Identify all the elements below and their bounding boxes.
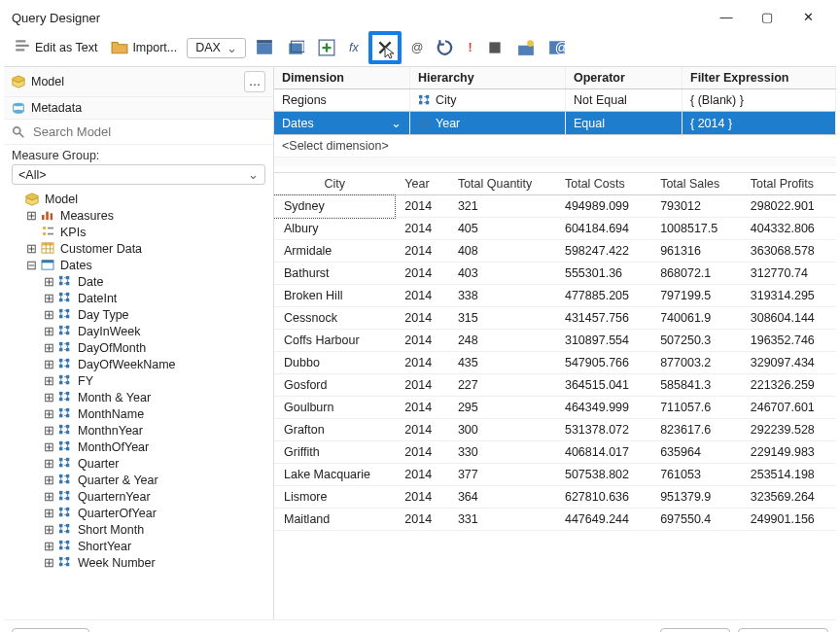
close-button[interactable]: ✕ xyxy=(788,4,828,31)
cell: Sydney xyxy=(274,195,395,218)
tree-dates-day-type[interactable]: ⊞Day Type xyxy=(8,306,269,323)
table-row[interactable]: Lake Macquarie2014377507538.802761053253… xyxy=(274,464,836,486)
filter-operator[interactable]: Equal xyxy=(566,112,682,134)
tree-dates[interactable]: ⊟Dates xyxy=(8,257,269,273)
highlighted-toolbar-button[interactable] xyxy=(368,31,402,64)
toolbar-grid-icon[interactable] xyxy=(252,37,277,58)
column-header[interactable]: Total Sales xyxy=(650,173,741,195)
measure-group-dropdown[interactable]: <All> ⌄ xyxy=(12,164,265,185)
filter-expression[interactable]: { (Blank) } xyxy=(682,89,836,111)
column-header[interactable]: Total Profits xyxy=(741,173,836,195)
filter-col-operator: Operator xyxy=(566,67,682,88)
table-row[interactable]: Maitland2014331447649.244697550.4249901.… xyxy=(274,509,836,531)
table-row[interactable]: Lismore2014364627810.636951379.9323569.2… xyxy=(274,486,836,509)
tree-dates-monthofyear[interactable]: ⊞MonthOfYear xyxy=(8,439,269,455)
table-row[interactable]: Sydney2014321494989.099793012298022.901 xyxy=(274,195,836,218)
column-header[interactable]: City xyxy=(274,173,395,195)
cell: 329097.434 xyxy=(741,352,836,374)
tree-dates-quarternyear[interactable]: ⊞QuarternYear xyxy=(8,488,269,505)
cell: 319314.295 xyxy=(741,285,836,307)
minimize-button[interactable]: — xyxy=(706,4,747,31)
filter-select-dimension[interactable]: <Select dimension> xyxy=(274,135,836,157)
filter-row[interactable]: RegionsCityNot Equal{ (Blank) } xyxy=(274,89,836,112)
tree-dates-fy[interactable]: ⊞FY xyxy=(8,372,269,389)
column-header[interactable]: Total Quantity xyxy=(448,173,555,195)
svg-rect-38 xyxy=(59,331,62,334)
tree-dates-week-number[interactable]: ⊞Week Number xyxy=(8,554,269,571)
tree-dates-month-year[interactable]: ⊞Month & Year xyxy=(8,389,269,405)
tree-kpis[interactable]: KPIs xyxy=(8,224,269,240)
tree-dates-dateint[interactable]: ⊞DateInt xyxy=(8,290,269,306)
tree-dates-shortyear[interactable]: ⊞ShortYear xyxy=(8,538,269,554)
toolbar-design-icon[interactable] xyxy=(513,37,539,58)
column-header[interactable]: Year xyxy=(395,173,448,195)
tree-dates-dayofmonth[interactable]: ⊞DayOfMonth xyxy=(8,339,269,356)
tree-dates-dayofweekname[interactable]: ⊞DayOfWeekName xyxy=(8,356,269,372)
table-row[interactable]: Grafton2014300531378.072823617.6292239.5… xyxy=(274,419,836,441)
toolbar-stop-icon[interactable] xyxy=(482,37,508,58)
tree-dates-short-month[interactable]: ⊞Short Month xyxy=(8,521,269,538)
tree-dates-quarter-year[interactable]: ⊞Quarter & Year xyxy=(8,472,269,488)
filter-dimension[interactable]: Regions xyxy=(282,93,402,107)
toolbar-params-icon[interactable]: @ xyxy=(544,37,570,58)
filter-expression[interactable]: { 2014 } xyxy=(682,112,836,134)
twisty-icon: ⊞ xyxy=(43,555,54,570)
cell: 338 xyxy=(448,285,555,307)
filter-row[interactable]: Dates⌄YearEqual{ 2014 } xyxy=(274,112,836,135)
table-row[interactable]: Griffith2014330406814.017635964229149.98… xyxy=(274,441,836,464)
language-dropdown[interactable]: DAX ⌄ xyxy=(187,38,246,58)
filter-dimension[interactable]: Dates⌄ xyxy=(282,116,402,130)
titlebar: Query Designer — ▢ ✕ xyxy=(4,4,836,31)
ok-button[interactable]: OK xyxy=(660,628,730,632)
twisty-icon: ⊞ xyxy=(43,406,54,421)
table-row[interactable]: Bathurst2014403555301.36868072.1312770.7… xyxy=(274,263,836,285)
toolbar-formula-icon[interactable]: fx xyxy=(345,39,363,56)
metadata-panel-header[interactable]: Metadata xyxy=(4,97,273,120)
toolbar-cube-icon[interactable] xyxy=(283,37,308,58)
cell: Gosford xyxy=(274,374,395,397)
maximize-button[interactable]: ▢ xyxy=(747,4,788,31)
filter-operator[interactable]: Not Equal xyxy=(566,89,682,111)
tree-dates-monthnyear[interactable]: ⊞MonthnYear xyxy=(8,422,269,439)
tree-node-label: Month & Year xyxy=(78,391,151,404)
svg-rect-36 xyxy=(59,325,62,328)
edit-as-text-button[interactable]: Edit as Text xyxy=(10,36,101,60)
toolbar-mdx-icon[interactable]: @ xyxy=(407,39,428,56)
model-more-button[interactable]: … xyxy=(244,71,265,92)
tree-dates-quarterofyear[interactable]: ⊞QuarterOfYear xyxy=(8,505,269,521)
tree-customer-data[interactable]: ⊞Customer Data xyxy=(8,240,269,257)
data-grid[interactable]: CityYearTotal QuantityTotal CostsTotal S… xyxy=(274,172,836,619)
tree-node-icon xyxy=(58,523,74,537)
filter-hscroll[interactable] xyxy=(274,157,836,166)
help-button[interactable]: Help xyxy=(12,628,89,632)
toolbar-warning-icon[interactable]: ! xyxy=(464,39,475,56)
column-header[interactable]: Total Costs xyxy=(555,173,650,195)
tree-dates-monthname[interactable]: ⊞MonthName xyxy=(8,405,269,422)
tree-dates-quarter[interactable]: ⊞Quarter xyxy=(8,455,269,472)
svg-rect-88 xyxy=(59,540,62,543)
tree-dates-date[interactable]: ⊞Date xyxy=(8,273,269,290)
model-tree[interactable]: Model⊞MeasuresKPIs⊞Customer Data⊟Dates⊞D… xyxy=(4,189,273,619)
import-button[interactable]: Import... xyxy=(107,36,181,60)
tree-model[interactable]: Model xyxy=(8,191,269,207)
table-row[interactable]: Cessnock2014315431457.756740061.9308604.… xyxy=(274,307,836,330)
table-row[interactable]: Broken Hill2014338477885.205797199.53193… xyxy=(274,285,836,307)
table-row[interactable]: Armidale2014408598247.422961316363068.57… xyxy=(274,240,836,263)
svg-rect-78 xyxy=(59,496,62,499)
search-row[interactable] xyxy=(4,120,273,145)
tree-measures[interactable]: ⊞Measures xyxy=(8,207,269,224)
table-row[interactable]: Coffs Harbour2014248310897.554507250.319… xyxy=(274,330,836,352)
language-value: DAX xyxy=(195,41,221,54)
cancel-button[interactable]: Cancel xyxy=(738,628,828,632)
search-input[interactable] xyxy=(31,123,265,140)
toolbar-add-calc-icon[interactable] xyxy=(314,37,339,58)
table-row[interactable]: Goulburn2014295464349.999711057.6246707.… xyxy=(274,397,836,419)
table-row[interactable]: Albury2014405604184.6941008517.5404332.8… xyxy=(274,218,836,240)
model-panel-header[interactable]: Model … xyxy=(4,67,273,97)
tree-dates-dayinweek[interactable]: ⊞DayInWeek xyxy=(8,323,269,339)
table-row[interactable]: Dubbo2014435547905.766877003.2329097.434 xyxy=(274,352,836,374)
cell: 547905.766 xyxy=(555,352,650,374)
toolbar-refresh-icon[interactable] xyxy=(433,37,458,58)
cell: 308604.144 xyxy=(741,307,836,330)
table-row[interactable]: Gosford2014227364515.041585841.3221326.2… xyxy=(274,374,836,397)
